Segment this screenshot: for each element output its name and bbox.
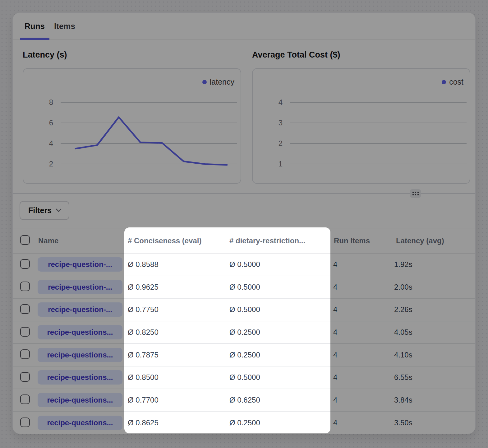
latency-avg-cell: 6.55s [393,373,475,382]
conciseness-cell: Ø 0.7875 [125,351,226,359]
run-items-cell: 4 [331,418,393,427]
row-checkbox[interactable] [20,394,30,404]
table-row[interactable]: recipe-questions... Ø 0.7875 Ø 0.2500 4 … [13,344,475,366]
latency-legend-dot-icon [202,80,207,84]
tab-items[interactable]: Items [49,13,80,40]
cost-legend: cost [442,77,463,86]
run-name-badge[interactable]: recipe-question-... [38,302,122,317]
latency-avg-cell: 2.26s [393,305,475,314]
select-all-checkbox[interactable] [20,235,30,245]
run-name-badge[interactable]: recipe-questions... [38,348,122,362]
cost-legend-label: cost [449,77,463,86]
table-row[interactable]: recipe-question-... Ø 0.9625 Ø 0.5000 4 … [13,276,475,299]
run-items-cell: 4 [331,373,393,382]
run-items-cell: 4 [331,396,393,404]
tab-items-label: Items [54,21,75,31]
conciseness-cell: Ø 0.8625 [125,418,226,427]
tab-bar: Runs Items [13,13,475,40]
app-background: { "tabs": { "items": [ { "label": "Runs"… [0,0,488,448]
run-items-cell: 4 [331,328,393,337]
cost-chart-title: Average Total Cost ($) [252,50,340,60]
run-items-cell: 4 [331,305,393,314]
dataset-card: Runs Items Latency (s) Average Total Cos… [12,12,476,434]
column-header-latency-avg[interactable]: Latency (avg) [393,236,475,245]
tab-runs[interactable]: Runs [20,13,49,40]
conciseness-cell: Ø 0.8588 [125,260,226,269]
latency-chart-title: Latency (s) [23,50,67,60]
table-row[interactable]: recipe-questions... Ø 0.7700 Ø 0.6250 4 … [13,389,475,412]
latency-avg-cell: 2.00s [393,283,475,292]
row-checkbox[interactable] [20,372,30,382]
latency-legend-label: latency [210,77,234,86]
latency-avg-cell: 4.05s [393,328,475,337]
latency-avg-cell: 3.50s [393,418,475,427]
table-body: recipe-question-... Ø 0.8588 Ø 0.5000 4 … [13,254,475,434]
active-tab-underline [20,38,49,40]
tab-runs-label: Runs [25,21,45,31]
section-divider [13,193,475,194]
column-header-dietary-restriction[interactable]: # dietary-restriction... [226,236,331,245]
column-header-run-items[interactable]: Run Items [331,236,393,245]
dietary-restriction-cell: Ø 0.5000 [226,260,331,269]
row-checkbox[interactable] [20,349,30,359]
conciseness-cell: Ø 0.8500 [125,373,226,382]
dietary-restriction-cell: Ø 0.5000 [226,373,331,382]
latency-chart: latency 8642 [23,68,241,184]
run-items-cell: 4 [331,260,393,269]
table-header-row: Name # Conciseness (eval) # dietary-rest… [13,228,475,254]
table-row[interactable]: recipe-questions... Ø 0.8500 Ø 0.5000 4 … [13,366,475,389]
run-name-badge[interactable]: recipe-question-... [38,257,122,272]
column-header-name[interactable]: Name [38,236,125,245]
run-name-badge[interactable]: recipe-questions... [38,393,122,407]
row-checkbox[interactable] [20,304,30,314]
row-checkbox[interactable] [20,327,30,337]
filters-button-label: Filters [28,206,52,215]
run-name-badge[interactable]: recipe-questions... [38,370,122,385]
row-checkbox[interactable] [20,259,30,269]
column-header-conciseness[interactable]: # Conciseness (eval) [125,236,226,245]
run-name-badge[interactable]: recipe-question-... [38,280,122,294]
dietary-restriction-cell: Ø 0.2500 [226,418,331,427]
cost-line-series [253,69,470,184]
cost-chart: cost 4321 [252,68,470,184]
dietary-restriction-cell: Ø 0.6250 [226,396,331,404]
dietary-restriction-cell: Ø 0.2500 [226,328,331,337]
conciseness-cell: Ø 0.7700 [125,396,226,404]
conciseness-cell: Ø 0.8250 [125,328,226,337]
latency-avg-cell: 1.92s [393,260,475,269]
runs-table: Name # Conciseness (eval) # dietary-rest… [13,228,475,434]
row-checkbox[interactable] [20,282,30,291]
conciseness-cell: Ø 0.7750 [125,305,226,314]
table-row[interactable]: recipe-questions... Ø 0.8625 Ø 0.2500 4 … [13,412,475,434]
chevron-down-icon [56,206,61,212]
latency-avg-cell: 3.84s [393,396,475,404]
latency-avg-cell: 4.10s [393,351,475,359]
resize-handle-icon[interactable] [410,189,421,198]
cost-legend-dot-icon [442,80,446,84]
dietary-restriction-cell: Ø 0.2500 [226,351,331,359]
conciseness-cell: Ø 0.9625 [125,283,226,292]
run-items-cell: 4 [331,283,393,292]
run-name-badge[interactable]: recipe-questions... [38,325,122,339]
table-row[interactable]: recipe-question-... Ø 0.8588 Ø 0.5000 4 … [13,254,475,276]
dietary-restriction-cell: Ø 0.5000 [226,305,331,314]
row-checkbox[interactable] [20,418,30,427]
run-name-badge[interactable]: recipe-questions... [38,416,122,430]
run-items-cell: 4 [331,351,393,359]
table-row[interactable]: recipe-question-... Ø 0.7750 Ø 0.5000 4 … [13,299,475,321]
dietary-restriction-cell: Ø 0.5000 [226,283,331,292]
table-row[interactable]: recipe-questions... Ø 0.8250 Ø 0.2500 4 … [13,321,475,344]
filters-button[interactable]: Filters [20,201,69,220]
latency-legend: latency [202,77,234,86]
